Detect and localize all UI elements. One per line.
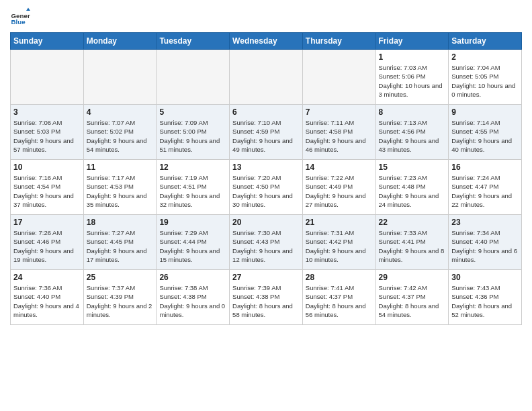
day-info: Sunrise: 7:22 AM Sunset: 4:49 PM Dayligh…	[306, 173, 373, 209]
calendar-cell: 16Sunrise: 7:24 AM Sunset: 4:47 PM Dayli…	[449, 160, 522, 215]
calendar-cell: 8Sunrise: 7:13 AM Sunset: 4:56 PM Daylig…	[375, 105, 449, 160]
calendar-cell: 3Sunrise: 7:06 AM Sunset: 5:03 PM Daylig…	[11, 105, 84, 160]
day-number: 11	[87, 163, 154, 172]
day-info: Sunrise: 7:38 AM Sunset: 4:38 PM Dayligh…	[159, 283, 226, 319]
weekday-header: Tuesday	[157, 33, 230, 50]
day-info: Sunrise: 7:36 AM Sunset: 4:40 PM Dayligh…	[13, 283, 81, 319]
weekday-header: Thursday	[302, 33, 375, 50]
day-info: Sunrise: 7:31 AM Sunset: 4:42 PM Dayligh…	[306, 228, 373, 264]
day-info: Sunrise: 7:39 AM Sunset: 4:38 PM Dayligh…	[232, 283, 300, 319]
day-info: Sunrise: 7:17 AM Sunset: 4:53 PM Dayligh…	[87, 173, 154, 209]
day-number: 18	[87, 218, 154, 227]
day-number: 26	[159, 273, 226, 282]
day-number: 24	[13, 273, 81, 282]
calendar-cell: 19Sunrise: 7:29 AM Sunset: 4:44 PM Dayli…	[157, 215, 230, 270]
day-info: Sunrise: 7:42 AM Sunset: 4:37 PM Dayligh…	[379, 283, 446, 319]
day-info: Sunrise: 7:33 AM Sunset: 4:41 PM Dayligh…	[379, 228, 446, 264]
calendar-cell	[157, 50, 230, 105]
day-info: Sunrise: 7:34 AM Sunset: 4:40 PM Dayligh…	[451, 228, 519, 264]
calendar-cell: 30Sunrise: 7:43 AM Sunset: 4:36 PM Dayli…	[449, 270, 522, 325]
calendar-cell: 14Sunrise: 7:22 AM Sunset: 4:49 PM Dayli…	[302, 160, 375, 215]
calendar-cell: 5Sunrise: 7:09 AM Sunset: 5:00 PM Daylig…	[157, 105, 230, 160]
day-info: Sunrise: 7:30 AM Sunset: 4:43 PM Dayligh…	[232, 228, 300, 264]
calendar-week-row: 3Sunrise: 7:06 AM Sunset: 5:03 PM Daylig…	[11, 105, 522, 160]
day-info: Sunrise: 7:11 AM Sunset: 4:58 PM Dayligh…	[306, 118, 373, 154]
day-number: 3	[13, 107, 81, 117]
calendar-cell: 23Sunrise: 7:34 AM Sunset: 4:40 PM Dayli…	[449, 215, 522, 270]
logo-icon: General Blue	[10, 7, 30, 27]
day-number: 4	[87, 107, 154, 117]
day-info: Sunrise: 7:26 AM Sunset: 4:46 PM Dayligh…	[13, 228, 81, 264]
day-info: Sunrise: 7:41 AM Sunset: 4:37 PM Dayligh…	[306, 283, 373, 319]
weekday-header: Monday	[83, 33, 157, 50]
calendar-cell: 18Sunrise: 7:27 AM Sunset: 4:45 PM Dayli…	[83, 215, 157, 270]
calendar-cell: 10Sunrise: 7:16 AM Sunset: 4:54 PM Dayli…	[11, 160, 84, 215]
calendar-cell: 17Sunrise: 7:26 AM Sunset: 4:46 PM Dayli…	[11, 215, 84, 270]
calendar-cell: 4Sunrise: 7:07 AM Sunset: 5:02 PM Daylig…	[83, 105, 157, 160]
weekday-header-row: SundayMondayTuesdayWednesdayThursdayFrid…	[11, 33, 522, 50]
day-number: 8	[379, 107, 446, 117]
day-info: Sunrise: 7:20 AM Sunset: 4:50 PM Dayligh…	[232, 173, 300, 209]
day-info: Sunrise: 7:29 AM Sunset: 4:44 PM Dayligh…	[159, 228, 226, 264]
calendar-cell	[83, 50, 157, 105]
day-number: 25	[87, 273, 154, 282]
day-number: 23	[451, 218, 519, 227]
calendar-cell: 1Sunrise: 7:03 AM Sunset: 5:06 PM Daylig…	[375, 50, 449, 105]
day-number: 2	[451, 52, 519, 62]
day-info: Sunrise: 7:04 AM Sunset: 5:05 PM Dayligh…	[451, 63, 519, 99]
day-info: Sunrise: 7:16 AM Sunset: 4:54 PM Dayligh…	[13, 173, 81, 209]
weekday-header: Sunday	[11, 33, 84, 50]
calendar-cell: 6Sunrise: 7:10 AM Sunset: 4:59 PM Daylig…	[230, 105, 303, 160]
day-number: 9	[451, 107, 519, 117]
day-number: 12	[159, 163, 226, 172]
day-number: 20	[232, 218, 300, 227]
day-info: Sunrise: 7:14 AM Sunset: 4:55 PM Dayligh…	[451, 118, 519, 154]
calendar-week-row: 24Sunrise: 7:36 AM Sunset: 4:40 PM Dayli…	[11, 270, 522, 325]
day-info: Sunrise: 7:07 AM Sunset: 5:02 PM Dayligh…	[87, 118, 154, 154]
calendar-cell: 25Sunrise: 7:37 AM Sunset: 4:39 PM Dayli…	[83, 270, 157, 325]
day-number: 13	[232, 163, 300, 172]
day-info: Sunrise: 7:09 AM Sunset: 5:00 PM Dayligh…	[159, 118, 226, 154]
weekday-header: Wednesday	[230, 33, 303, 50]
day-number: 1	[379, 52, 446, 62]
day-info: Sunrise: 7:10 AM Sunset: 4:59 PM Dayligh…	[232, 118, 300, 154]
day-info: Sunrise: 7:19 AM Sunset: 4:51 PM Dayligh…	[159, 173, 226, 209]
calendar-table: SundayMondayTuesdayWednesdayThursdayFrid…	[10, 32, 522, 325]
day-number: 5	[159, 107, 226, 117]
day-number: 17	[13, 218, 81, 227]
svg-marker-2	[26, 8, 30, 11]
calendar-cell: 20Sunrise: 7:30 AM Sunset: 4:43 PM Dayli…	[230, 215, 303, 270]
day-number: 10	[13, 163, 81, 172]
day-info: Sunrise: 7:43 AM Sunset: 4:36 PM Dayligh…	[451, 283, 519, 319]
calendar-cell	[230, 50, 303, 105]
day-number: 6	[232, 107, 300, 117]
calendar-cell: 11Sunrise: 7:17 AM Sunset: 4:53 PM Dayli…	[83, 160, 157, 215]
calendar-cell: 9Sunrise: 7:14 AM Sunset: 4:55 PM Daylig…	[449, 105, 522, 160]
logo: General Blue	[10, 7, 30, 27]
calendar-cell: 7Sunrise: 7:11 AM Sunset: 4:58 PM Daylig…	[302, 105, 375, 160]
calendar-week-row: 10Sunrise: 7:16 AM Sunset: 4:54 PM Dayli…	[11, 160, 522, 215]
page-header: General Blue	[10, 7, 522, 27]
day-info: Sunrise: 7:37 AM Sunset: 4:39 PM Dayligh…	[87, 283, 154, 319]
calendar-cell	[11, 50, 84, 105]
calendar-cell: 22Sunrise: 7:33 AM Sunset: 4:41 PM Dayli…	[375, 215, 449, 270]
calendar-cell: 12Sunrise: 7:19 AM Sunset: 4:51 PM Dayli…	[157, 160, 230, 215]
calendar-cell: 28Sunrise: 7:41 AM Sunset: 4:37 PM Dayli…	[302, 270, 375, 325]
calendar-cell: 15Sunrise: 7:23 AM Sunset: 4:48 PM Dayli…	[375, 160, 449, 215]
calendar-cell: 29Sunrise: 7:42 AM Sunset: 4:37 PM Dayli…	[375, 270, 449, 325]
day-number: 21	[306, 218, 373, 227]
calendar-cell: 27Sunrise: 7:39 AM Sunset: 4:38 PM Dayli…	[230, 270, 303, 325]
day-info: Sunrise: 7:23 AM Sunset: 4:48 PM Dayligh…	[379, 173, 446, 209]
svg-text:Blue: Blue	[11, 18, 26, 26]
day-number: 28	[306, 273, 373, 282]
day-info: Sunrise: 7:27 AM Sunset: 4:45 PM Dayligh…	[87, 228, 154, 264]
day-number: 27	[232, 273, 300, 282]
weekday-header: Saturday	[449, 33, 522, 50]
weekday-header: Friday	[375, 33, 449, 50]
calendar-week-row: 1Sunrise: 7:03 AM Sunset: 5:06 PM Daylig…	[11, 50, 522, 105]
day-number: 22	[379, 218, 446, 227]
calendar-cell: 2Sunrise: 7:04 AM Sunset: 5:05 PM Daylig…	[449, 50, 522, 105]
calendar-cell: 21Sunrise: 7:31 AM Sunset: 4:42 PM Dayli…	[302, 215, 375, 270]
day-info: Sunrise: 7:13 AM Sunset: 4:56 PM Dayligh…	[379, 118, 446, 154]
day-number: 19	[159, 218, 226, 227]
